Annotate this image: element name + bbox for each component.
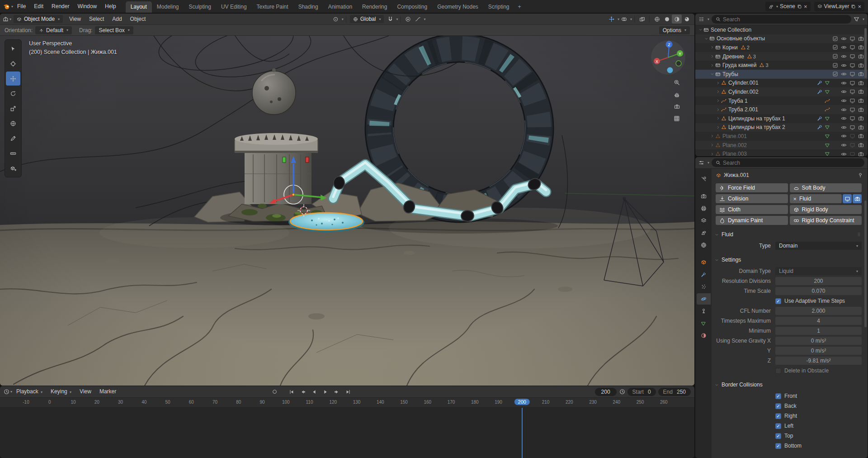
scene-selector[interactable]: ▾ Scene ×	[765, 2, 811, 11]
expand-icon[interactable]	[715, 125, 721, 129]
expand-icon[interactable]	[715, 116, 721, 120]
pan-hand-icon[interactable]	[674, 91, 680, 98]
outliner-row[interactable]: Цилиндры на трубах 1	[695, 114, 868, 123]
breadcrumb-object-name[interactable]: Жижа.001	[724, 172, 749, 178]
screen-toggle[interactable]	[848, 36, 857, 42]
left-checkbox[interactable]: ✓	[775, 423, 781, 429]
menu-help[interactable]: Help	[101, 0, 120, 13]
screen-toggle[interactable]	[848, 53, 857, 59]
border-collisions-panel-header[interactable]: Border Collisions	[715, 382, 862, 388]
properties-tab-tool[interactable]	[697, 173, 711, 185]
workspace-tab-animation[interactable]: Animation	[323, 1, 357, 13]
collapse-icon[interactable]	[697, 28, 703, 32]
add-cloth-button[interactable]: Cloth	[716, 205, 788, 214]
time-scale-field[interactable]: 0.070	[775, 287, 862, 295]
playhead-line[interactable]	[522, 408, 523, 458]
eye-toggle[interactable]	[840, 124, 848, 130]
outliner-row[interactable]: Труба 2.001	[695, 105, 868, 114]
resolution-divisions-field[interactable]: 200	[775, 277, 862, 285]
zoom-icon[interactable]	[674, 79, 680, 86]
search-input[interactable]	[723, 16, 847, 23]
modifier-icon[interactable]	[816, 89, 823, 95]
camera-toggle[interactable]	[857, 115, 865, 121]
camera-toggle[interactable]	[857, 133, 865, 139]
screen-toggle[interactable]	[848, 133, 857, 139]
outliner-row[interactable]: Груда камней3	[695, 61, 868, 70]
add-collision-button[interactable]: Collision	[716, 194, 788, 203]
expand-icon[interactable]	[709, 54, 715, 58]
workspace-tab-uv-editing[interactable]: UV Editing	[216, 1, 252, 13]
data-icon[interactable]	[823, 80, 831, 86]
domain-type-dropdown[interactable]: Liquid▾	[775, 267, 862, 275]
workspace-tab-sculpting[interactable]: Sculpting	[184, 1, 216, 13]
properties-search[interactable]	[712, 158, 864, 167]
timeline-menu-marker[interactable]: Marker	[95, 386, 120, 398]
expand-icon[interactable]	[709, 143, 715, 147]
workspace-tab-geometry-nodes[interactable]: Geometry Nodes	[432, 1, 483, 13]
menu-window[interactable]: Window	[73, 0, 101, 13]
screen-toggle[interactable]	[848, 89, 857, 95]
new-scene-icon[interactable]	[797, 4, 802, 9]
bottom-checkbox[interactable]: ✓	[775, 443, 781, 449]
menu-edit[interactable]: Edit	[30, 0, 47, 13]
playhead[interactable]: 200	[514, 399, 530, 405]
remove-fluid-button[interactable]: ×Fluid	[790, 194, 842, 203]
using-scene-gravity-x-field[interactable]: 0 m/s²	[775, 337, 862, 345]
cfl-number-field[interactable]: 2.000	[775, 307, 862, 315]
add-soft-body-button[interactable]: Soft Body	[790, 183, 862, 192]
eye-toggle[interactable]	[840, 53, 848, 59]
workspace-tab-modeling[interactable]: Modeling	[152, 1, 184, 13]
camera-toggle[interactable]	[857, 124, 865, 130]
check-toggle[interactable]	[831, 62, 840, 68]
gizmo-x-label[interactable]: X	[656, 59, 658, 64]
eye-toggle[interactable]	[840, 115, 848, 121]
properties-tab-constraints[interactable]	[697, 305, 711, 317]
shading-rendered-button[interactable]	[682, 14, 692, 24]
add-rigid-body-constraint-button[interactable]: Rigid Body Constraint	[790, 216, 862, 225]
check-toggle[interactable]	[831, 36, 840, 42]
expand-icon[interactable]	[709, 134, 715, 138]
add-workspace-button[interactable]: +	[514, 1, 525, 13]
pin-icon[interactable]	[858, 172, 863, 178]
menu-file[interactable]: File	[13, 0, 30, 13]
search-input[interactable]	[723, 160, 860, 166]
expand-icon[interactable]	[715, 99, 721, 103]
frame-end-field[interactable]: End250	[658, 388, 691, 396]
shading-wireframe-button[interactable]	[652, 14, 662, 24]
jump-to-end-button[interactable]	[343, 387, 353, 396]
minimum-field[interactable]: 1	[775, 327, 862, 335]
properties-tab-render[interactable]	[697, 191, 711, 202]
proportional-editing-button[interactable]	[403, 14, 413, 24]
screen-toggle[interactable]	[848, 107, 857, 113]
add-cube-tool[interactable]	[6, 161, 20, 175]
workspace-tab-scripting[interactable]: Scripting	[483, 1, 514, 13]
data-icon[interactable]	[823, 151, 831, 156]
fluid-type-dropdown[interactable]: Domain▾	[775, 242, 862, 250]
delete-in-obstacle-checkbox[interactable]	[775, 368, 781, 374]
timeline-tracks[interactable]	[0, 408, 694, 458]
prev-keyframe-button[interactable]	[297, 387, 308, 396]
outliner-row[interactable]: Трубы	[695, 70, 868, 79]
use-adaptive-time-steps-checkbox[interactable]: ✓	[775, 298, 781, 304]
fluid-viewport-display-toggle[interactable]	[843, 194, 852, 203]
back-checkbox[interactable]: ✓	[775, 403, 781, 409]
screen-toggle[interactable]	[848, 115, 857, 121]
eye-toggle[interactable]	[840, 133, 848, 139]
workspace-tab-layout[interactable]: Layout	[126, 1, 152, 13]
screen-toggle[interactable]	[848, 98, 857, 104]
cursor-tool[interactable]	[6, 57, 20, 71]
orientation-dropdown[interactable]: Default▾	[35, 26, 72, 34]
properties-tab-material[interactable]	[697, 330, 711, 341]
outliner-row[interactable]: Труба 1	[695, 96, 868, 105]
eye-toggle[interactable]	[840, 44, 848, 50]
blender-logo-icon[interactable]	[4, 3, 10, 10]
camera-toggle[interactable]	[857, 107, 865, 113]
modifier-icon[interactable]	[816, 80, 823, 86]
outliner-row[interactable]: Plane.001	[695, 132, 868, 141]
screen-toggle[interactable]	[848, 62, 857, 68]
check-toggle[interactable]	[831, 53, 840, 59]
jump-to-start-button[interactable]	[286, 387, 297, 396]
properties-tab-scene[interactable]	[697, 227, 711, 239]
modifier-icon[interactable]	[816, 124, 823, 130]
timeline-menu-view[interactable]: View	[75, 386, 95, 398]
